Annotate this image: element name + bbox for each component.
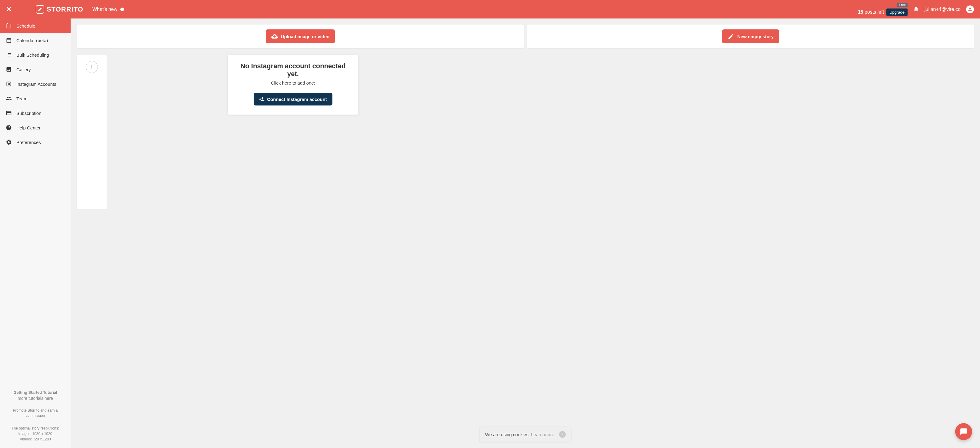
cookie-text: We are using cookies. Learn more. [485,432,555,437]
close-icon [561,433,564,436]
logo[interactable]: STORRITO [36,5,83,14]
topbar-right: Free 15 posts left Upgrade julian+4@vire… [858,3,974,16]
users-icon [5,96,12,102]
image-icon [5,66,12,72]
more-tutorials-link[interactable]: more tutorials here [3,396,68,401]
sidebar-item-calendar[interactable]: Calendar (beta) [0,33,71,48]
new-story-button[interactable]: New empty story [722,29,779,43]
sidebar-item-instagram[interactable]: Instagram Accounts [0,77,71,91]
user-email[interactable]: julian+4@vire.co [924,7,961,12]
credit-card-icon [5,110,12,116]
calendar-icon [5,23,12,29]
plan-badge: Free [897,3,908,7]
connect-button-label: Connect Instagram account [267,97,327,102]
sidebar-item-label: Schedule [16,23,35,29]
whats-new-label: What's new [92,7,117,12]
edit-icon [727,33,734,40]
sidebar-item-label: Bulk Scheduling [16,53,49,57]
new-story-label: New empty story [737,34,774,39]
sidebar-item-schedule[interactable]: Schedule [0,19,71,33]
cloud-upload-icon [271,33,278,40]
list-icon [5,52,12,58]
thumbnail-column: + [77,55,107,209]
connect-subtitle: Click here to add one: [237,80,349,86]
sidebar-footer: Getting Started Tutorial more tutorials … [0,378,71,448]
upload-label: Upload image or video [281,34,330,39]
connect-title: No Instagram account connected yet. [237,62,349,78]
chat-fab[interactable] [955,423,972,440]
whats-new-link[interactable]: What's new [92,7,124,12]
sidebar-item-label: Help Center [16,125,41,130]
cookie-learn-link[interactable]: Learn more. [531,432,555,437]
main-content: Upload image or video New empty story + … [71,19,980,448]
cookie-close-button[interactable] [559,431,566,438]
connect-instagram-button[interactable]: Connect Instagram account [254,93,332,105]
sidebar: Schedule Calendar (beta) Bulk Scheduling… [0,19,71,448]
sidebar-item-label: Calendar (beta) [16,38,48,43]
help-icon [5,124,12,131]
plan-block: Free 15 posts left Upgrade [858,3,908,16]
sidebar-item-label: Gallery [16,67,31,72]
sidebar-item-bulk[interactable]: Bulk Scheduling [0,48,71,62]
sidebar-item-label: Preferences [16,140,41,145]
sidebar-item-gallery[interactable]: Gallery [0,62,71,77]
instagram-icon [5,81,12,87]
topbar: ✕ STORRITO What's new Free 15 posts left… [0,0,980,19]
sidebar-item-label: Instagram Accounts [16,81,56,87]
res-images: Images: 1080 x 1920 [3,431,68,437]
avatar-icon[interactable] [966,5,974,13]
logo-icon [36,5,44,14]
user-plus-icon [259,96,264,102]
sidebar-item-help[interactable]: Help Center [0,120,71,135]
res-videos: Videos: 720 x 1280 [3,437,68,442]
posts-left: 15 posts left [858,10,884,14]
plus-icon: + [90,63,94,71]
chat-icon [960,428,967,435]
upgrade-button[interactable]: Upgrade [886,8,908,16]
sidebar-item-subscription[interactable]: Subscription [0,106,71,120]
notification-dot-icon [120,8,124,11]
sidebar-item-label: Subscription [16,111,41,116]
new-story-card: New empty story [527,25,974,48]
upload-button[interactable]: Upload image or video [266,29,335,43]
brand-name: STORRITO [47,5,83,13]
sidebar-item-preferences[interactable]: Preferences [0,135,71,150]
upload-card: Upload image or video [77,25,523,48]
add-thumbnail-button[interactable]: + [86,61,98,73]
res-header: The optimal story resolutions: [3,426,68,431]
calendar-blank-icon [5,37,12,43]
connect-panel: No Instagram account connected yet. Clic… [228,55,358,115]
cookie-banner: We are using cookies. Learn more. [480,427,571,442]
gear-icon [5,139,12,145]
promo-text[interactable]: Promote Storrito and earn a commission [3,408,68,418]
sidebar-item-team[interactable]: Team [0,91,71,106]
sidebar-item-label: Team [16,96,27,101]
tutorial-link[interactable]: Getting Started Tutorial [13,390,57,395]
bell-icon[interactable] [913,6,919,13]
close-icon[interactable]: ✕ [6,5,11,13]
